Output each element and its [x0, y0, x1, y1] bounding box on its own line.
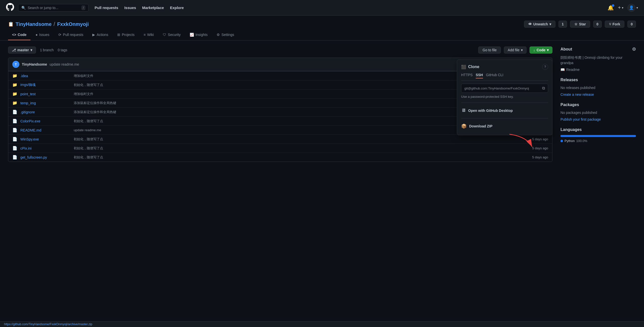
tab-insights[interactable]: 📈 Insights	[186, 30, 212, 40]
folder-icon: 📁	[12, 91, 17, 96]
file-link[interactable]: ColorPix.exe	[20, 119, 40, 123]
add-file-button[interactable]: Add file ▾	[504, 46, 527, 54]
status-bar: https://github.com/TinyHandsome/FxxkOnmy…	[0, 321, 644, 327]
clone-ssh-value: git@github.com:TinyHandsome/FxxkOnmyoj	[464, 86, 540, 90]
about-title: About ⚙	[560, 46, 636, 52]
search-placeholder: Search or jump to...	[28, 6, 79, 10]
tab-pull-requests[interactable]: ⟳ Pull requests	[54, 30, 87, 40]
clone-divider	[461, 103, 548, 103]
file-icon: 📄	[12, 128, 17, 132]
about-section: About ⚙ 阴阳师给爷爬 | Onmoji climbing for you…	[560, 46, 636, 72]
tab-code[interactable]: <> Code	[8, 30, 30, 40]
star-count: 0	[593, 21, 602, 28]
tab-projects[interactable]: ⊞ Projects	[113, 30, 139, 40]
repo-name-link[interactable]: FxxkOnmyoji	[57, 21, 89, 27]
avatar: 👤	[627, 4, 635, 12]
code-button[interactable]: ↓ Code ▾	[530, 46, 552, 54]
file-link[interactable]: README.md	[20, 128, 41, 132]
code-download-icon: ↓	[533, 48, 535, 52]
desktop-icon: 🖥	[461, 108, 466, 113]
branches-link[interactable]: 1 branch	[40, 48, 54, 52]
fork-button[interactable]: ⑂ Fork	[605, 21, 624, 28]
search-icon: 🔍	[21, 6, 26, 10]
file-icon: 📄	[12, 137, 17, 142]
file-commit-msg: 初始化，随便写了点	[74, 155, 529, 160]
tab-settings[interactable]: ⚙ Settings	[213, 30, 238, 40]
nav-pull-requests[interactable]: Pull requests	[95, 6, 118, 10]
book-icon: 📖	[560, 68, 565, 72]
file-link[interactable]: imgs/御魂	[20, 83, 36, 87]
commit-message: update readme.me	[50, 62, 79, 66]
clone-title: ⬛ Clone	[461, 65, 479, 69]
notifications-button[interactable]: 🔔	[608, 5, 614, 11]
no-packages-text: No packages published	[560, 110, 636, 115]
repo-actions: 👁 Unwatch ▾ 1 ☆ Star 0 ⑂ Fork 0	[524, 21, 636, 28]
repo-header: 📋 TinyHandsome / FxxkOnmyoji 👁 Unwatch ▾…	[0, 16, 644, 28]
unwatch-button[interactable]: 👁 Unwatch ▾	[524, 21, 555, 28]
nav-right: 🔔 + ▾ 👤 ▾	[608, 4, 638, 12]
clone-help-button[interactable]: ?	[542, 64, 548, 70]
create-release-link[interactable]: Create a new release	[560, 92, 594, 97]
branch-arrow: ▾	[30, 48, 32, 52]
search-bar[interactable]: 🔍 Search or jump to... /	[18, 4, 89, 12]
file-link[interactable]: point_test	[20, 92, 36, 96]
file-time: 5 days ago	[532, 146, 548, 150]
sidebar: About ⚙ 阴阳师给爷爬 | Onmoji climbing for you…	[560, 46, 636, 162]
clone-dropdown: ⬛ Clone ? HTTPS SSH GitHub CLI git@githu…	[457, 60, 552, 135]
file-icon: 📄	[12, 146, 17, 151]
notification-badge	[612, 4, 614, 7]
clone-tab-https[interactable]: HTTPS	[461, 73, 473, 78]
clone-ssh-input-row: git@github.com:TinyHandsome/FxxkOnmyoj ⧉	[461, 84, 548, 93]
nav-issues[interactable]: Issues	[124, 6, 136, 10]
file-time: 5 days ago	[532, 155, 548, 159]
file-link[interactable]: .gitignore	[20, 110, 35, 114]
tab-wiki[interactable]: ≡ Wiki	[140, 30, 158, 40]
releases-section: Releases No releases published Create a …	[560, 78, 636, 97]
repo-icon: 📋	[8, 21, 14, 27]
github-logo[interactable]	[6, 3, 14, 13]
file-icon: 📄	[12, 110, 17, 114]
go-to-file-button[interactable]: Go to file	[478, 46, 501, 54]
file-link[interactable]: temp_img	[20, 101, 36, 105]
clone-tab-cli[interactable]: GitHub CLI	[486, 73, 503, 78]
repo-tabs: <> Code ● Issues ⟳ Pull requests ▶ Actio…	[0, 30, 644, 40]
file-link[interactable]: cPix.ini	[20, 146, 31, 150]
table-row: 📄 get_fullscreen.py 初始化，随便写了点 5 days ago	[8, 153, 552, 162]
languages-title: Languages	[560, 127, 636, 132]
tab-issues[interactable]: ● Issues	[31, 30, 53, 40]
unwatch-count: 1	[558, 21, 567, 28]
file-commit-msg: update readme.me	[74, 128, 523, 132]
python-lang-dot	[560, 140, 563, 142]
tab-security[interactable]: 🛡 Security	[159, 30, 185, 40]
repo-owner-link[interactable]: TinyHandsome	[16, 21, 52, 27]
file-link[interactable]: WinSpy.exe	[20, 137, 39, 141]
about-description: 阴阳师给爷爬 | Onmoji climbing for your grandp…	[560, 55, 636, 66]
branch-icon: ⎇	[12, 48, 16, 52]
search-slash: /	[82, 6, 85, 10]
publish-package-link[interactable]: Publish your first package	[560, 117, 601, 121]
clone-header: ⬛ Clone ?	[461, 64, 548, 70]
settings-gear-icon[interactable]: ⚙	[632, 46, 636, 52]
clone-terminal-icon: ⬛	[461, 65, 466, 69]
clone-copy-button[interactable]: ⧉	[542, 86, 545, 90]
file-link[interactable]: .idea	[20, 74, 28, 78]
top-navigation: 🔍 Search or jump to... / Pull requests I…	[0, 0, 644, 16]
file-commit-msg: 初始化，随便写了点	[74, 146, 529, 151]
clone-tab-ssh[interactable]: SSH	[476, 73, 483, 78]
download-zip-row[interactable]: 📦 Download ZIP	[461, 121, 548, 131]
tags-link[interactable]: 0 tags	[58, 48, 67, 52]
nav-marketplace[interactable]: Marketplace	[142, 6, 164, 10]
tab-actions[interactable]: ▶ Actions	[88, 30, 112, 40]
new-button[interactable]: + ▾	[618, 5, 623, 11]
no-releases-text: No releases published	[560, 85, 636, 90]
file-link[interactable]: get_fullscreen.py	[20, 155, 47, 159]
branch-selector[interactable]: ⎇ master ▾	[8, 46, 36, 54]
table-row: 📄 WinSpy.exe 初始化，随便写了点 5 days ago	[8, 134, 552, 144]
user-avatar-button[interactable]: 👤 ▾	[627, 4, 638, 12]
star-button[interactable]: ☆ Star	[570, 21, 590, 28]
nav-explore[interactable]: Explore	[170, 6, 184, 10]
folder-icon: 📁	[12, 82, 17, 87]
file-icon: 📄	[12, 119, 17, 123]
open-desktop-row[interactable]: 🖥 Open with GitHub Desktop	[461, 106, 548, 115]
readme-link[interactable]: 📖 Readme	[560, 68, 636, 72]
